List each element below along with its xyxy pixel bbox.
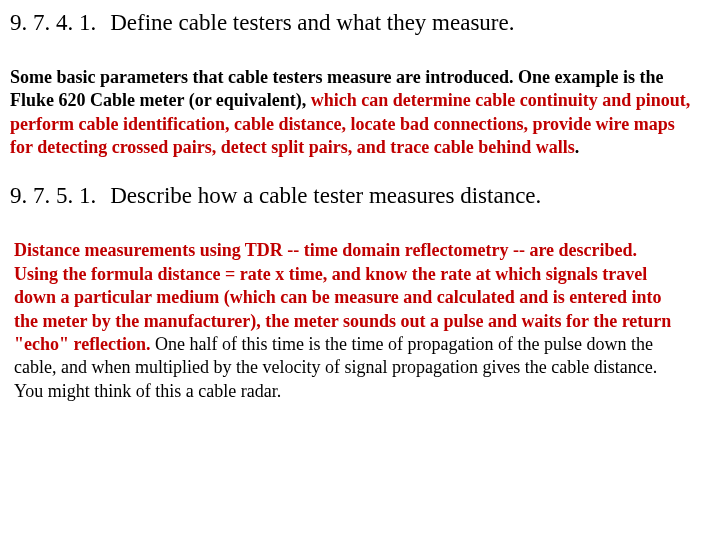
- section-body-2: Distance measurements using TDR -- time …: [14, 239, 674, 403]
- section-title: Describe how a cable tester measures dis…: [110, 183, 541, 208]
- section-title: Define cable testers and what they measu…: [110, 10, 514, 35]
- section-body-1: Some basic parameters that cable testers…: [10, 66, 700, 160]
- body-tail: .: [575, 137, 580, 157]
- section-heading-2: 9. 7. 5. 1.Describe how a cable tester m…: [10, 181, 700, 211]
- section-number: 9. 7. 5. 1.: [10, 181, 96, 211]
- section-heading-1: 9. 7. 4. 1.Define cable testers and what…: [10, 8, 700, 38]
- section-number: 9. 7. 4. 1.: [10, 8, 96, 38]
- document-page: 9. 7. 4. 1.Define cable testers and what…: [0, 0, 720, 403]
